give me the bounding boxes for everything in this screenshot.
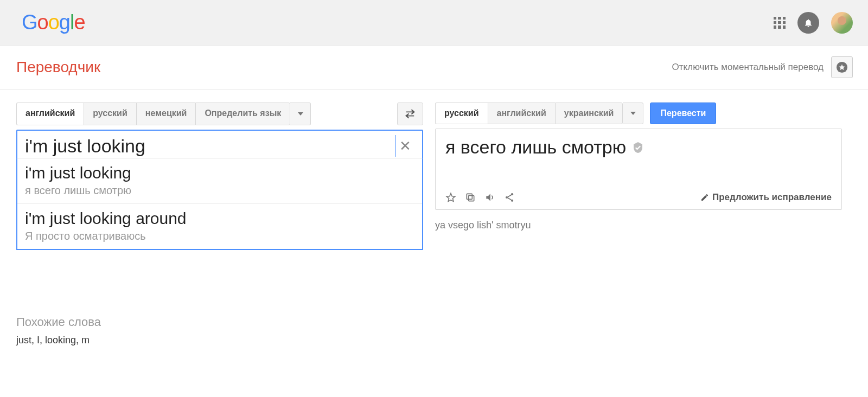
save-translation-button[interactable]: [445, 192, 456, 203]
swap-languages-button[interactable]: [397, 103, 423, 125]
logo-letter: l: [70, 11, 74, 34]
source-lang-tab[interactable]: русский: [84, 103, 136, 125]
suggest-edit-label: Предложить исправление: [712, 192, 832, 203]
autocomplete-text: i'm just looking around: [25, 209, 414, 228]
instant-translate-toggle[interactable]: Отключить моментальный перевод: [672, 62, 824, 73]
source-language-bar: английский русский немецкий Определить я…: [16, 103, 423, 125]
target-lang-dropdown[interactable]: [623, 103, 643, 124]
target-lang-tab[interactable]: украинский: [555, 103, 623, 124]
copy-icon: [465, 192, 476, 203]
google-logo[interactable]: G o o g l e: [22, 11, 85, 34]
target-lang-tab[interactable]: английский: [488, 103, 555, 124]
logo-letter: o: [37, 11, 48, 34]
notifications-icon[interactable]: [797, 12, 819, 34]
listen-translation-button[interactable]: [484, 192, 495, 203]
similar-words-title: Похожие слова: [16, 315, 423, 329]
logo-letter: g: [59, 11, 70, 34]
target-language-bar: русский английский украинский Перевести: [435, 103, 842, 124]
autocomplete-item[interactable]: i'm just looking я всего лишь смотрю: [17, 158, 422, 203]
source-lang-dropdown[interactable]: [290, 103, 311, 125]
apps-grid-icon[interactable]: [774, 17, 786, 29]
translate-button[interactable]: Перевести: [650, 103, 716, 124]
autocomplete-translation: Я просто осматриваюсь: [25, 230, 414, 242]
account-avatar[interactable]: [831, 12, 853, 34]
chevron-down-icon: [630, 112, 636, 115]
target-text-box: я всего лишь смотрю: [435, 129, 842, 210]
global-header: G o o g l e: [0, 0, 868, 46]
target-transliteration: ya vsego lish' smotryu: [435, 220, 842, 231]
target-column: русский английский украинский Перевести …: [435, 103, 842, 231]
autocomplete-item[interactable]: i'm just looking around Я просто осматри…: [17, 203, 422, 249]
source-lang-tab[interactable]: английский: [16, 103, 84, 125]
source-lang-tab[interactable]: немецкий: [136, 103, 196, 125]
svg-rect-2: [467, 194, 472, 199]
similar-words-list: just, I, looking, m: [16, 335, 423, 346]
app-title: Переводчик: [16, 59, 100, 76]
header-icons: [774, 12, 853, 34]
share-icon: [504, 192, 515, 203]
svg-rect-1: [469, 196, 474, 201]
translate-main: английский русский немецкий Определить я…: [0, 89, 868, 346]
suggest-edit-button[interactable]: Предложить исправление: [700, 192, 832, 203]
logo-letter: G: [22, 11, 37, 34]
clear-input-button[interactable]: ✕: [396, 138, 414, 155]
copy-translation-button[interactable]: [465, 192, 476, 203]
logo-letter: o: [48, 11, 59, 34]
share-translation-button[interactable]: [504, 192, 515, 203]
source-text-input[interactable]: i'm just looking: [25, 136, 394, 157]
logo-letter: e: [74, 11, 85, 34]
autocomplete-translation: я всего лишь смотрю: [25, 184, 414, 197]
autocomplete-dropdown: i'm just looking я всего лишь смотрю i'm…: [16, 158, 423, 250]
source-column: английский русский немецкий Определить я…: [16, 103, 423, 346]
autocomplete-text: i'm just looking: [25, 164, 414, 182]
phrasebook-star-button[interactable]: [831, 56, 853, 78]
target-lang-tab[interactable]: русский: [435, 103, 488, 124]
pencil-icon: [700, 193, 709, 202]
similar-words-section: Похожие слова just, I, looking, m: [16, 315, 423, 346]
target-actions: Предложить исправление: [445, 192, 832, 203]
star-icon: [445, 192, 456, 203]
source-text-box[interactable]: i'm just looking ✕: [16, 130, 423, 159]
svg-point-5: [511, 200, 513, 202]
chevron-down-icon: [298, 112, 303, 116]
source-lang-detect-tab[interactable]: Определить язык: [195, 103, 290, 125]
swap-icon: [404, 109, 416, 119]
target-text: я всего лишь смотрю: [445, 137, 626, 158]
app-subheader: Переводчик Отключить моментальный перево…: [0, 46, 868, 89]
speaker-icon: [484, 192, 495, 203]
verified-badge-icon: [631, 141, 644, 154]
svg-point-4: [511, 193, 513, 195]
